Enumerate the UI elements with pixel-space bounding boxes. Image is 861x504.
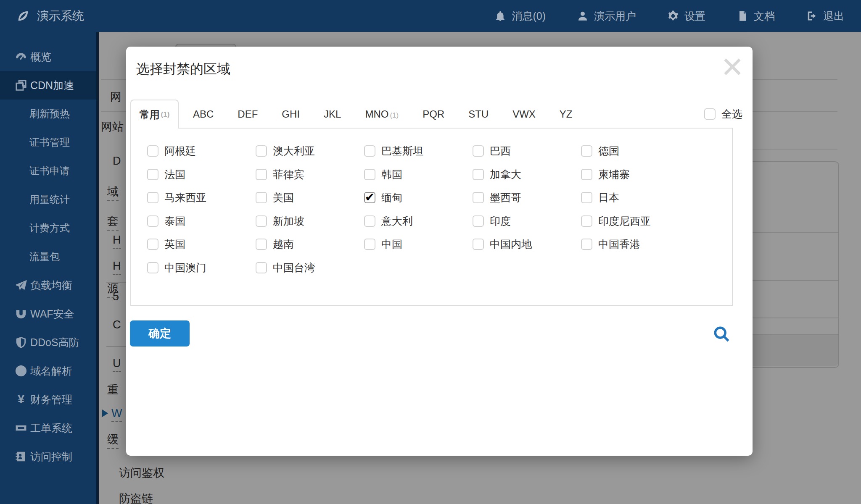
checkbox[interactable]: ✔ xyxy=(364,215,375,227)
confirm-button[interactable]: 确定 xyxy=(130,320,190,346)
select-all-checkbox[interactable] xyxy=(704,108,716,120)
tab-mno[interactable]: MNO(1) xyxy=(365,108,399,120)
sidebar-item-overview[interactable]: 概览 xyxy=(0,42,99,71)
region-checkbox-item[interactable]: ✔巴西 xyxy=(473,139,581,163)
region-checkbox-item[interactable]: ✔越南 xyxy=(256,233,364,256)
sidebar-item-cert-apply[interactable]: 证书申请 xyxy=(0,157,99,185)
region-checkbox-item[interactable]: ✔日本 xyxy=(581,186,651,210)
checkbox[interactable]: ✔ xyxy=(147,215,158,227)
checkbox[interactable]: ✔ xyxy=(473,215,484,227)
checkbox[interactable]: ✔ xyxy=(256,145,267,157)
checkbox[interactable]: ✔ xyxy=(581,192,592,203)
checkbox[interactable]: ✔ xyxy=(364,169,375,180)
brand[interactable]: 演示系统 xyxy=(0,8,84,24)
region-checkbox-item[interactable]: ✔墨西哥 xyxy=(473,186,581,210)
checkbox[interactable]: ✔ xyxy=(256,262,267,273)
region-checkbox-item[interactable]: ✔韩国 xyxy=(364,163,473,186)
checkbox[interactable]: ✔ xyxy=(147,192,158,203)
region-checkbox-item[interactable]: ✔印度 xyxy=(473,210,581,233)
region-checkbox-item[interactable]: ✔意大利 xyxy=(364,210,473,233)
tab-stu[interactable]: STU xyxy=(468,108,489,120)
checkbox[interactable]: ✔ xyxy=(581,239,592,250)
region-checkbox-item[interactable]: ✔巴基斯坦 xyxy=(364,139,473,163)
sidebar-item-waf[interactable]: WAF安全 xyxy=(0,299,99,328)
sidebar-item-load-balance[interactable]: 负载均衡 xyxy=(0,271,99,299)
checkbox[interactable]: ✔ xyxy=(581,145,592,157)
sidebar-item-traffic-pack[interactable]: 流量包 xyxy=(0,242,99,271)
close-icon[interactable] xyxy=(721,56,743,78)
region-checkbox-item[interactable]: ✔法国 xyxy=(147,163,256,186)
checkbox[interactable]: ✔ xyxy=(256,239,267,250)
region-checkbox-item[interactable]: ✔中国澳门 xyxy=(147,256,256,280)
tab-abc[interactable]: ABC xyxy=(193,108,214,120)
sidebar-item-ddos[interactable]: DDoS高防 xyxy=(0,328,99,357)
tab-def[interactable]: DEF xyxy=(238,108,258,120)
gauge-icon xyxy=(13,50,29,63)
sidebar-item-label: 用量统计 xyxy=(29,193,70,206)
checkbox[interactable]: ✔ xyxy=(473,169,484,180)
checkbox[interactable]: ✔ xyxy=(256,192,267,203)
checkbox[interactable]: ✔ xyxy=(473,192,484,203)
tab-pqr[interactable]: PQR xyxy=(423,108,444,120)
sidebar-item-cdn[interactable]: CDN加速 xyxy=(0,71,99,100)
sidebar-item-label: WAF安全 xyxy=(30,307,74,321)
sidebar-item-usage[interactable]: 用量统计 xyxy=(0,185,99,214)
region-checkbox-item[interactable]: ✔英国 xyxy=(147,233,256,256)
region-checkbox-item[interactable]: ✔美国 xyxy=(256,186,364,210)
region-checkbox-item[interactable]: ✔中国香港 xyxy=(581,233,651,256)
region-checkbox-item[interactable]: ✔印度尼西亚 xyxy=(581,210,651,233)
sidebar-item-tickets[interactable]: 工单系统 xyxy=(0,414,99,442)
sidebar-item-label: 计费方式 xyxy=(29,221,70,235)
region-checkbox-item[interactable]: ✔澳大利亚 xyxy=(256,139,364,163)
checkbox[interactable]: ✔ xyxy=(581,215,592,227)
tab-yz[interactable]: YZ xyxy=(560,108,573,120)
checkbox[interactable]: ✔ xyxy=(256,169,267,180)
topbar-logout[interactable]: 退出 xyxy=(806,9,844,23)
checkbox[interactable]: ✔ xyxy=(581,169,592,180)
region-checkbox-item[interactable]: ✔中国内地 xyxy=(473,233,581,256)
region-checkbox-item[interactable]: ✔阿根廷 xyxy=(147,139,256,163)
checkbox[interactable]: ✔ xyxy=(147,262,158,273)
region-checkbox-item[interactable]: ✔中国台湾 xyxy=(256,256,364,280)
sidebar-item-access-control[interactable]: 访问控制 xyxy=(0,442,99,471)
sidebar-item-refresh[interactable]: 刷新预热 xyxy=(0,100,99,128)
sidebar-item-cert-manage[interactable]: 证书管理 xyxy=(0,128,99,157)
region-checkbox-item[interactable]: ✔泰国 xyxy=(147,210,256,233)
region-checkbox-item[interactable]: ✔马来西亚 xyxy=(147,186,256,210)
checkbox[interactable]: ✔ xyxy=(147,169,158,180)
tab-jkl[interactable]: JKL xyxy=(324,108,341,120)
sidebar-item-finance[interactable]: ¥ 财务管理 xyxy=(0,385,99,414)
tab-changyong[interactable]: 常用(1) xyxy=(130,100,179,129)
region-block-dialog: 选择封禁的区域 常用(1) ABC DEF GHI JKL MNO(1) PQR… xyxy=(126,47,753,456)
region-checkbox-item[interactable]: ✔柬埔寨 xyxy=(581,163,651,186)
region-checkbox-item[interactable]: ✔菲律宾 xyxy=(256,163,364,186)
checkbox[interactable]: ✔ xyxy=(473,239,484,250)
topbar-messages[interactable]: 消息(0) xyxy=(494,9,546,23)
tab-ghi[interactable]: GHI xyxy=(282,108,300,120)
checkbox-checked[interactable]: ✔ xyxy=(364,192,375,203)
checkbox[interactable]: ✔ xyxy=(256,215,267,227)
region-checkbox-item[interactable]: ✔新加坡 xyxy=(256,210,364,233)
yen-icon: ¥ xyxy=(13,393,29,406)
checkbox[interactable]: ✔ xyxy=(473,145,484,157)
checkbox[interactable]: ✔ xyxy=(364,145,375,157)
sidebar-item-dns[interactable]: 域名解析 xyxy=(0,357,99,385)
region-checkbox-item[interactable]: ✔中国 xyxy=(364,233,473,256)
topbar-docs[interactable]: 文档 xyxy=(737,9,775,23)
search-icon[interactable] xyxy=(712,325,731,343)
region-checkbox-item[interactable]: ✔加拿大 xyxy=(473,163,581,186)
topbar-docs-label: 文档 xyxy=(754,9,775,23)
region-checkbox-item[interactable]: ✔德国 xyxy=(581,139,651,163)
topbar-settings[interactable]: 设置 xyxy=(667,9,705,23)
tab-vwx[interactable]: VWX xyxy=(512,108,536,120)
gear-icon xyxy=(667,10,679,22)
checkbox[interactable]: ✔ xyxy=(147,239,158,250)
checkbox[interactable]: ✔ xyxy=(364,239,375,250)
checkbox[interactable]: ✔ xyxy=(147,145,158,157)
dialog-title: 选择封禁的区域 xyxy=(136,60,230,79)
sidebar-item-billing[interactable]: 计费方式 xyxy=(0,214,99,242)
topbar-user[interactable]: 演示用户 xyxy=(577,9,636,23)
select-all-control[interactable]: 全选 xyxy=(704,107,742,121)
content-scrollbar[interactable] xyxy=(96,32,99,504)
region-checkbox-item-checked[interactable]: ✔缅甸 xyxy=(364,186,473,210)
